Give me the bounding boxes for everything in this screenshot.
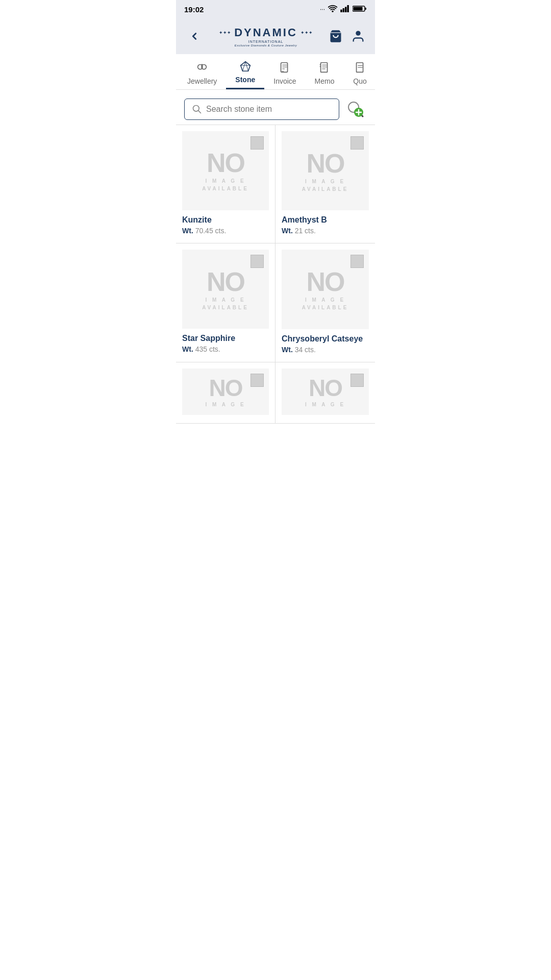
image-placeholder-4: [251, 374, 264, 387]
svg-rect-1: [343, 8, 345, 12]
stone-item-1[interactable]: NO I M A G E AVAILABLE Amethyst B Wt. 21…: [276, 125, 375, 243]
header-actions: [328, 29, 366, 44]
search-area: [176, 90, 375, 125]
image-placeholder-2: [251, 255, 264, 268]
stone-icon: [238, 59, 253, 74]
tab-jewellery-label: Jewellery: [187, 77, 217, 85]
dots-icon: ···: [320, 6, 325, 13]
svg-rect-3: [347, 5, 349, 12]
jewellery-icon: [195, 61, 209, 75]
tab-invoice-label: Invoice: [273, 77, 296, 85]
memo-icon: [317, 61, 332, 75]
svg-rect-15: [281, 63, 288, 72]
tab-stone[interactable]: Stone: [226, 54, 264, 89]
svg-rect-19: [321, 63, 328, 72]
search-box[interactable]: [184, 99, 339, 120]
stone-weight-0: Wt. 70.45 cts.: [182, 227, 269, 235]
stone-item-4[interactable]: NO I M A G E: [176, 362, 276, 424]
search-input[interactable]: [206, 105, 332, 114]
stone-grid: NO I M A G E AVAILABLE Kunzite Wt. 70.45…: [176, 125, 375, 424]
no-image-4: NO I M A G E: [182, 369, 269, 415]
tabs: Jewellery Stone Invoice: [176, 54, 375, 90]
status-time: 19:02: [184, 5, 204, 14]
logo-tagline: Exclusive Diamonds & Couture Jewelry: [235, 44, 297, 47]
image-placeholder-1: [350, 136, 364, 150]
no-image-1: NO I M A G E AVAILABLE: [282, 131, 369, 210]
stone-name-1: Amethyst B: [282, 215, 369, 225]
tab-quo-label: Quo: [353, 77, 366, 85]
search-icon: [192, 104, 202, 114]
status-icons: ···: [320, 5, 367, 14]
logo-sub: INTERNATIONAL: [248, 40, 284, 43]
status-bar: 19:02 ···: [176, 0, 375, 18]
no-image-0: NO I M A G E AVAILABLE: [182, 131, 269, 210]
battery-icon: [353, 5, 367, 14]
no-image-5: NO I M A G E: [282, 369, 369, 415]
image-placeholder-3: [350, 255, 364, 268]
svg-marker-11: [241, 62, 251, 71]
stone-name-0: Kunzite: [182, 215, 269, 225]
no-image-3: NO I M A G E AVAILABLE: [282, 250, 369, 329]
stone-weight-3: Wt. 34 cts.: [282, 346, 369, 354]
stone-item-5[interactable]: NO I M A G E: [276, 362, 375, 424]
svg-line-29: [198, 111, 201, 113]
tab-jewellery[interactable]: Jewellery: [178, 56, 226, 89]
wifi-icon: [328, 5, 337, 14]
signal-icon: [340, 5, 349, 14]
back-button[interactable]: [185, 27, 204, 45]
stone-name-2: Star Sapphire: [182, 334, 269, 343]
no-image-2: NO I M A G E AVAILABLE: [182, 250, 269, 329]
scan-button[interactable]: [344, 98, 367, 120]
stone-item-0[interactable]: NO I M A G E AVAILABLE Kunzite Wt. 70.45…: [176, 125, 276, 243]
svg-rect-5: [365, 8, 366, 10]
stone-item-2[interactable]: NO I M A G E AVAILABLE Star Sapphire Wt.…: [176, 243, 276, 362]
stone-weight-2: Wt. 435 cts.: [182, 345, 269, 353]
logo-brand: DYNAMIC: [234, 26, 297, 39]
svg-point-8: [356, 31, 360, 36]
image-placeholder-0: [251, 136, 264, 150]
tab-invoice[interactable]: Invoice: [264, 56, 305, 89]
header: ✦✦✦ DYNAMIC ✦✦✦ INTERNATIONAL Exclusive …: [176, 18, 375, 54]
image-placeholder-5: [350, 374, 364, 387]
svg-rect-6: [354, 7, 363, 10]
svg-rect-0: [340, 9, 342, 12]
stone-item-3[interactable]: NO I M A G E AVAILABLE Chrysoberyl Catse…: [276, 243, 375, 362]
quo-icon: [353, 61, 367, 75]
stone-name-3: Chrysoberyl Catseye: [282, 334, 369, 344]
tab-memo[interactable]: Memo: [306, 56, 344, 89]
user-button[interactable]: [350, 29, 366, 44]
tab-quo[interactable]: Quo: [344, 56, 375, 89]
svg-rect-2: [345, 7, 347, 12]
logo: ✦✦✦ DYNAMIC ✦✦✦ INTERNATIONAL Exclusive …: [219, 26, 313, 47]
tab-stone-label: Stone: [235, 76, 255, 84]
stone-weight-1: Wt. 21 cts.: [282, 227, 369, 235]
tab-memo-label: Memo: [315, 77, 335, 85]
invoice-icon: [278, 61, 292, 75]
cart-button[interactable]: [328, 29, 343, 44]
